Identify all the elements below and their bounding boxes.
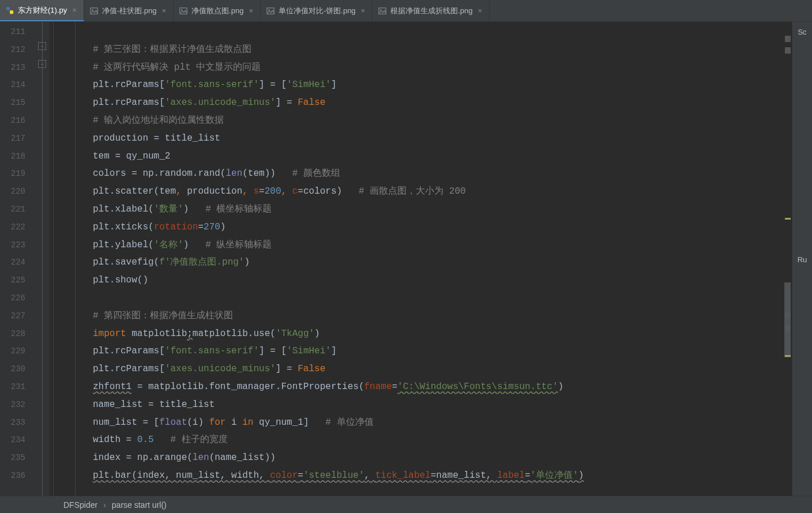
line-number: 229 — [0, 342, 25, 360]
code-line[interactable]: width = 0.5 # 柱子的宽度 — [93, 431, 792, 449]
line-number: 220 — [0, 183, 25, 201]
tab-label: 净值散点图.png — [191, 6, 243, 16]
code-line[interactable]: name_list = title_list — [93, 396, 792, 414]
code-line[interactable] — [93, 23, 792, 41]
image-file-icon — [179, 7, 187, 15]
python-file-icon — [6, 6, 14, 14]
code-line[interactable]: production = title_list — [93, 130, 792, 148]
editor-tab[interactable]: 净值散点图.png× — [174, 0, 261, 21]
close-tab-icon[interactable]: × — [160, 6, 167, 15]
error-stripe-mark[interactable] — [785, 325, 791, 331]
code-line[interactable]: plt.bar(index, num_list, width, color='s… — [93, 467, 792, 485]
line-number: 226 — [0, 289, 25, 307]
code-line[interactable]: plt.show() — [93, 271, 792, 289]
code-line[interactable]: tem = qy_num_2 — [93, 148, 792, 165]
code-line[interactable]: plt.rcParams['axes.unicode_minus'] = Fal… — [93, 94, 792, 112]
code-line[interactable]: plt.rcParams['font.sans-serif'] = ['SimH… — [93, 76, 792, 94]
line-number: 212 — [0, 41, 25, 59]
close-tab-icon[interactable]: × — [360, 6, 367, 15]
image-file-icon — [378, 7, 386, 15]
line-number: 217 — [0, 130, 25, 148]
code-line[interactable]: plt.xlabel('数量') # 横坐标轴标题 — [93, 201, 792, 218]
code-line[interactable]: plt.savefig(f'净值散点图.png') — [93, 254, 792, 271]
error-stripe-mark[interactable] — [785, 36, 791, 42]
error-stripe-mark[interactable] — [785, 218, 791, 220]
line-number: 224 — [0, 254, 25, 271]
tab-label: 净值-柱状图.png — [102, 6, 157, 16]
fold-gutter[interactable]: – – — [36, 22, 50, 496]
svg-rect-0 — [6, 6, 10, 10]
line-number: 216 — [0, 112, 25, 130]
code-line[interactable]: zhfont1 = matplotlib.font_manager.FontPr… — [93, 378, 792, 396]
line-number: 231 — [0, 378, 25, 396]
line-number: 228 — [0, 325, 25, 343]
line-number: 215 — [0, 94, 25, 112]
breadcrumb-item[interactable]: DFSpider — [63, 500, 97, 510]
tab-label: 东方财经(1).py — [18, 5, 67, 16]
indent-guides — [50, 22, 93, 496]
editor-tab[interactable]: 单位净值对比-饼图.png× — [261, 0, 373, 21]
sidebar-tool-1[interactable]: Sc — [798, 28, 806, 36]
line-number: 232 — [0, 396, 25, 414]
breadcrumb-separator-icon: › — [103, 500, 106, 510]
svg-point-9 — [380, 9, 381, 10]
line-number: 211 — [0, 23, 25, 41]
line-number: 221 — [0, 201, 25, 218]
error-stripe[interactable] — [784, 23, 791, 496]
code-line[interactable]: # 第三张图：根据累计净值生成散点图 — [93, 41, 792, 59]
line-number: 227 — [0, 307, 25, 325]
error-stripe-mark[interactable] — [785, 47, 791, 54]
svg-rect-1 — [10, 10, 13, 14]
code-line[interactable]: plt.rcParams['font.sans-serif'] = ['SimH… — [93, 342, 792, 360]
code-line[interactable]: num_list = [float(i) for i in qy_num_1] … — [93, 414, 792, 432]
image-file-icon — [266, 7, 275, 15]
line-number: 219 — [0, 165, 25, 183]
line-number: 222 — [0, 218, 25, 236]
code-line[interactable]: plt.ylabel('名称') # 纵坐标轴标题 — [93, 236, 792, 254]
line-number: 214 — [0, 76, 25, 94]
image-file-icon — [90, 7, 98, 15]
fold-collapse-icon[interactable]: – — [38, 42, 46, 50]
line-number: 213 — [0, 59, 25, 77]
line-number: 223 — [0, 236, 25, 254]
code-line[interactable]: import matplotlib;matplotlib.use('TkAgg'… — [93, 325, 792, 343]
right-tool-sidebar[interactable]: Sc Ru — [792, 22, 812, 496]
fold-collapse-icon[interactable]: – — [38, 60, 46, 68]
code-line[interactable]: # 这两行代码解决 plt 中文显示的问题 — [93, 59, 792, 77]
sidebar-tool-2[interactable]: Ru — [798, 255, 807, 264]
code-line[interactable] — [93, 289, 792, 307]
line-number-gutter: 2112122132142152162172182192202212222232… — [0, 22, 36, 496]
code-line[interactable]: plt.xticks(rotation=270) — [93, 218, 792, 236]
line-number: 230 — [0, 360, 25, 378]
editor-tab[interactable]: 东方财经(1).py× — [0, 0, 84, 21]
code-line[interactable]: # 第四张图：根据净值生成柱状图 — [93, 307, 792, 325]
line-number: 235 — [0, 449, 25, 467]
code-line[interactable]: # 输入岗位地址和岗位属性数据 — [93, 112, 792, 130]
svg-point-3 — [92, 9, 93, 10]
editor-tab[interactable]: 净值-柱状图.png× — [84, 0, 174, 21]
svg-point-7 — [268, 9, 269, 10]
code-line[interactable]: index = np.arange(len(name_list)) — [93, 449, 792, 467]
editor[interactable]: 2112122132142152162172182192202212222232… — [0, 22, 792, 496]
code-line[interactable]: plt.scatter(tem, production, s=200, c=co… — [93, 183, 792, 201]
tab-label: 根据净值生成折线图.png — [390, 6, 472, 16]
tab-label: 单位净值对比-饼图.png — [279, 6, 356, 16]
close-tab-icon[interactable]: × — [247, 6, 254, 15]
close-tab-icon[interactable]: × — [71, 6, 78, 14]
breadcrumb-item[interactable]: parse start url() — [112, 500, 167, 510]
tabs-bar: 东方财经(1).py×净值-柱状图.png×净值散点图.png×单位净值对比-饼… — [0, 0, 812, 22]
code-content[interactable]: # 第三张图：根据累计净值生成散点图# 这两行代码解决 plt 中文显示的问题p… — [93, 22, 792, 496]
error-stripe-mark[interactable] — [785, 355, 791, 357]
line-number: 234 — [0, 431, 25, 449]
code-line[interactable]: colors = np.random.rand(len(tem)) # 颜色数组 — [93, 165, 792, 183]
line-number: 233 — [0, 414, 25, 432]
line-number: 218 — [0, 148, 25, 165]
line-number: 236 — [0, 467, 25, 485]
svg-point-5 — [181, 9, 182, 10]
editor-tab[interactable]: 根据净值生成折线图.png× — [373, 0, 490, 21]
close-tab-icon[interactable]: × — [477, 6, 484, 15]
breadcrumb[interactable]: DFSpider › parse start url() — [0, 496, 812, 513]
code-line[interactable]: plt.rcParams['axes.unicode_minus'] = Fal… — [93, 360, 792, 378]
error-stripe-mark[interactable] — [785, 312, 791, 319]
line-number: 225 — [0, 271, 25, 289]
